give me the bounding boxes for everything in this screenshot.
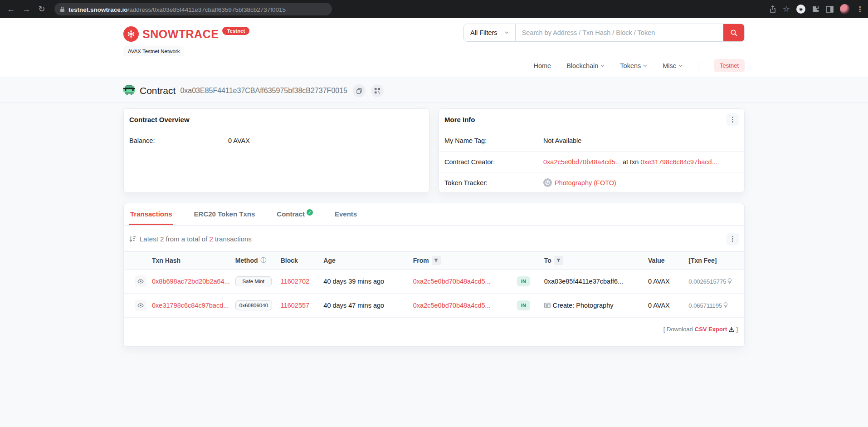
nav-divider xyxy=(698,61,698,71)
txn-count: 2 xyxy=(209,235,213,243)
share-icon[interactable] xyxy=(769,5,776,13)
search-button[interactable] xyxy=(723,24,744,41)
name-tag-value: Not Available xyxy=(543,137,581,144)
search-filter-select[interactable]: All Filters xyxy=(464,24,516,41)
tab-contract[interactable]: Contract ✓ xyxy=(276,203,314,225)
more-info-card-title: More Info xyxy=(444,116,475,123)
extensions-puzzle-icon[interactable] xyxy=(812,5,819,13)
nav-item-home[interactable]: Home xyxy=(534,62,551,69)
column-header-method: Method ⓘ xyxy=(233,252,278,270)
info-icon[interactable]: ⓘ xyxy=(261,256,267,265)
search-filter-label: All Filters xyxy=(470,29,497,36)
page-title: Contract xyxy=(140,85,176,96)
to-address: 0xa03e85f4411e37cbaff6... xyxy=(544,278,623,285)
creator-separator: at txn xyxy=(623,158,639,166)
contract-overview-card: Contract Overview Balance: 0 AVAX xyxy=(123,108,429,193)
url-host: testnet.snowtrace.io xyxy=(68,6,128,13)
chevron-down-icon xyxy=(600,64,605,67)
method-badge[interactable]: 0x60806040 xyxy=(235,300,272,310)
filter-icon xyxy=(434,259,438,263)
nav-home-label: Home xyxy=(534,62,551,69)
column-header-txn-fee: [Txn Fee] xyxy=(686,252,744,270)
browser-menu-icon[interactable]: ⋮ xyxy=(856,5,863,14)
token-tracker-label: Token Tracker: xyxy=(444,179,543,187)
more-info-menu-button[interactable] xyxy=(727,113,739,126)
more-info-card: More Info My Name Tag: Not Available Con… xyxy=(439,108,745,193)
token-tracker-link[interactable]: Photography (FOTO) xyxy=(555,179,616,187)
eye-icon xyxy=(137,303,144,308)
chevron-down-icon xyxy=(678,64,683,67)
nav-item-misc[interactable]: Misc xyxy=(663,62,683,69)
qr-code-button[interactable] xyxy=(371,84,384,97)
extension-avatar-icon[interactable]: ◉ xyxy=(796,5,805,14)
network-label: AVAX Testnet Network xyxy=(123,46,184,56)
gas-bulb-icon[interactable] xyxy=(723,302,728,309)
tab-events-label: Events xyxy=(335,210,357,218)
txn-hash-link[interactable]: 0x8b698ac72bd20b2a64... xyxy=(152,278,230,285)
from-address-link[interactable]: 0xa2c5e0bd70b48a4cd5... xyxy=(413,302,491,309)
search-input[interactable] xyxy=(516,24,723,41)
creator-address-link[interactable]: 0xa2c5e0bd70b48a4cd5... xyxy=(543,158,621,166)
brand-testnet-badge: Testnet xyxy=(222,27,249,35)
txn-hash-link[interactable]: 0xe31798c6c84c97bacd... xyxy=(152,302,229,309)
to-filter-button[interactable] xyxy=(554,256,563,265)
eye-icon xyxy=(137,279,144,284)
title-strip: Contract 0xa03E85F4411e37CBAff635975bf38… xyxy=(0,77,868,103)
csv-export-link[interactable]: CSV Export xyxy=(695,326,727,333)
from-address-link[interactable]: 0xa2c5e0bd70b48a4cd5... xyxy=(413,278,491,285)
block-link[interactable]: 11602557 xyxy=(281,302,309,309)
kebab-icon xyxy=(732,117,733,123)
nav-item-tokens[interactable]: Tokens xyxy=(620,62,647,69)
copy-address-button[interactable] xyxy=(353,84,366,97)
tab-erc20-token-txns[interactable]: ERC20 Token Txns xyxy=(193,203,256,225)
txn-row: 0x8b698ac72bd20b2a64... Safe Mint 116027… xyxy=(124,270,744,294)
column-header-to: To xyxy=(541,252,645,270)
main-nav: Home Blockchain Tokens Misc Testnet xyxy=(534,59,745,72)
from-filter-button[interactable] xyxy=(432,256,441,265)
tabs-row: Transactions ERC20 Token Txns Contract ✓… xyxy=(124,203,744,226)
block-link[interactable]: 11602702 xyxy=(281,278,309,285)
tab-erc20-label: ERC20 Token Txns xyxy=(194,210,255,218)
txn-details-button[interactable] xyxy=(135,275,146,287)
contract-creation-icon xyxy=(544,303,551,308)
tab-events[interactable]: Events xyxy=(334,203,358,225)
transactions-table: Txn Hash Method ⓘ Block Age From xyxy=(124,251,744,318)
gas-bulb-icon[interactable] xyxy=(727,278,732,285)
creator-txn-link[interactable]: 0xe31798c6c84c97bacd... xyxy=(640,158,717,166)
testnet-network-button[interactable]: Testnet xyxy=(714,59,745,72)
kebab-icon xyxy=(732,236,733,242)
browser-forward-icon[interactable]: → xyxy=(20,3,33,15)
contract-address: 0xa03E85F4411e37CBAff635975bf38cB2737F00… xyxy=(180,87,347,95)
txn-age: 40 days 39 mins ago xyxy=(321,270,410,294)
chevron-down-icon xyxy=(643,64,647,67)
transactions-panel: Transactions ERC20 Token Txns Contract ✓… xyxy=(123,203,745,347)
site-header: SNOWTRACE Testnet AVAX Testnet Network A… xyxy=(0,18,868,77)
csv-download-prefix: [ Download xyxy=(663,326,693,333)
side-panel-icon[interactable] xyxy=(826,6,834,13)
bookmark-star-icon[interactable]: ☆ xyxy=(783,4,790,14)
browser-back-icon[interactable]: ← xyxy=(5,3,17,15)
profile-avatar[interactable] xyxy=(840,4,850,14)
column-header-age[interactable]: Age xyxy=(321,252,410,270)
txn-age: 40 days 47 mins ago xyxy=(321,294,410,318)
to-contract-name: Create: Photography xyxy=(553,302,614,309)
tab-transactions[interactable]: Transactions xyxy=(129,203,173,225)
direction-badge: IN xyxy=(517,276,530,286)
browser-address-bar[interactable]: testnet.snowtrace.io/address/0xa03e85f44… xyxy=(54,3,332,15)
address-identicon xyxy=(123,85,135,97)
name-tag-label: My Name Tag: xyxy=(444,137,543,144)
nav-blockchain-label: Blockchain xyxy=(566,62,598,69)
method-badge[interactable]: Safe Mint xyxy=(235,276,272,286)
txn-panel-menu-button[interactable] xyxy=(727,233,739,245)
copy-icon xyxy=(356,88,362,94)
contract-verified-icon: ✓ xyxy=(307,209,313,216)
lock-icon xyxy=(60,6,65,12)
token-logo-icon xyxy=(543,178,552,187)
nav-item-blockchain[interactable]: Blockchain xyxy=(566,62,605,69)
tab-transactions-label: Transactions xyxy=(130,210,172,218)
snowtrace-logo[interactable]: SNOWTRACE Testnet xyxy=(123,24,249,42)
overview-card-title: Contract Overview xyxy=(129,116,190,123)
txn-details-button[interactable] xyxy=(135,299,146,311)
balance-label: Balance: xyxy=(129,137,228,144)
browser-reload-icon[interactable]: ↻ xyxy=(35,3,48,15)
